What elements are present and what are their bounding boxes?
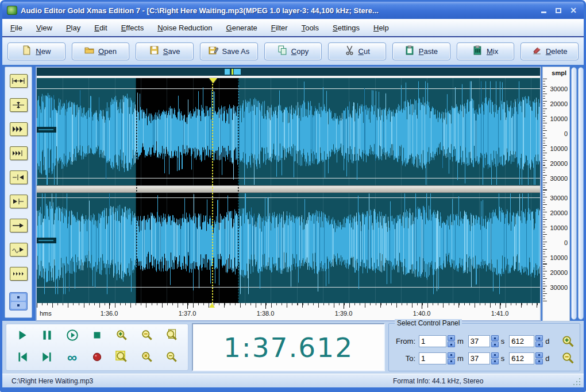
record-button[interactable]: [88, 350, 106, 367]
minimize-button[interactable]: [539, 6, 548, 15]
zoom-slider[interactable]: [578, 67, 584, 320]
paste-button[interactable]: Paste: [392, 42, 450, 60]
skip-forward-icon: [11, 149, 25, 157]
sidebar-tool-fit-horizontal[interactable]: [10, 74, 28, 88]
to-millis-field[interactable]: [509, 352, 534, 364]
save-button[interactable]: Save: [136, 42, 194, 60]
save-as-button[interactable]: Save As: [200, 42, 258, 60]
from-seconds-stepper[interactable]: [491, 335, 499, 347]
menu-generate[interactable]: Generate: [226, 24, 257, 32]
menu-effects[interactable]: Effects: [121, 24, 144, 32]
maximize-button[interactable]: [554, 6, 563, 15]
zoom-vertical-out-button[interactable]: [163, 350, 180, 367]
from-seconds-field[interactable]: [468, 335, 490, 347]
zoom-out-selection-button[interactable]: [561, 351, 575, 365]
new-button[interactable]: New: [7, 42, 65, 60]
sidebar-channel-stepper[interactable]: [9, 292, 28, 311]
go-start-icon: [16, 351, 29, 366]
stepper-up-icon[interactable]: [11, 294, 26, 301]
from-minutes-field[interactable]: [419, 335, 446, 347]
menu-edit[interactable]: Edit: [94, 24, 107, 32]
to-minutes-stepper[interactable]: [448, 352, 455, 364]
sidebar-tool-fast-forward[interactable]: [10, 122, 28, 136]
copy-button[interactable]: Copy: [264, 42, 322, 60]
time-ruler[interactable]: hms 1:36.01:37.01:38.01:39.01:40.01:41.0: [37, 303, 540, 320]
zoom-out-button[interactable]: [138, 328, 156, 345]
maximize-icon: [556, 8, 561, 13]
sidebar-tool-wave-forward[interactable]: [10, 243, 28, 257]
vertical-scrollbar[interactable]: [571, 67, 584, 320]
minutes-unit-label: m: [457, 337, 464, 346]
resize-grip[interactable]: [573, 378, 581, 385]
forward-to-marker-icon: [11, 197, 25, 205]
menu-filter[interactable]: Filter: [271, 24, 288, 32]
play-looped-button[interactable]: [64, 328, 81, 345]
go-end-button[interactable]: [38, 350, 56, 367]
play-icon: [16, 329, 29, 344]
menu-view[interactable]: View: [36, 24, 52, 32]
open-button[interactable]: Open: [72, 42, 130, 60]
ruler-time-label: 1:40.0: [413, 310, 431, 317]
overview-strip[interactable]: [37, 68, 540, 76]
sidebar-tool-forward-to-marker[interactable]: [10, 195, 28, 208]
playhead-marker-top[interactable]: [209, 78, 217, 83]
amplitude-scale: smpl 30000200001000001000020000300003000…: [542, 67, 570, 321]
menu-file[interactable]: File: [10, 24, 22, 32]
pause-button[interactable]: [38, 328, 56, 345]
from-minutes-stepper[interactable]: [448, 335, 455, 347]
millis-unit-label: d: [545, 354, 549, 363]
from-millis-field[interactable]: [509, 335, 534, 347]
stop-button[interactable]: [88, 328, 106, 345]
zoom-vertical-in-button[interactable]: [138, 350, 156, 367]
loop-infinite-button[interactable]: ∞: [64, 350, 81, 367]
select-control-panel: Select Control Panel From: m s d To: m: [388, 323, 580, 371]
toolbar-button-label: Save: [163, 47, 180, 56]
arrow-right-icon: [11, 222, 25, 230]
app-window: Audio Editor Gold Xmas Edition 7 - [C:\R…: [0, 0, 586, 392]
menu-play[interactable]: Play: [66, 24, 80, 32]
sidebar-tool-small-forward[interactable]: [10, 267, 28, 281]
seconds-unit-label: s: [501, 354, 505, 363]
ruler-time-label: 1:39.0: [335, 310, 353, 317]
delete-icon: [532, 45, 542, 57]
scrollbar-thumb[interactable]: [571, 67, 577, 320]
sidebar-tool-fit-vertical[interactable]: [10, 98, 28, 112]
go-start-button[interactable]: [14, 350, 31, 367]
mix-button[interactable]: Mix: [457, 42, 515, 60]
amplitude-tick-label: 10000: [550, 145, 568, 152]
menu-settings[interactable]: Settings: [333, 24, 360, 32]
zoom-in-selection-button[interactable]: [561, 335, 575, 348]
to-label: To:: [391, 354, 415, 363]
cut-button[interactable]: Cut: [328, 42, 386, 60]
delete-button[interactable]: Delete: [521, 42, 579, 60]
zoom-in-button[interactable]: [113, 328, 130, 345]
select-from-row: From: m s d: [391, 335, 575, 348]
waveform-display[interactable]: [37, 78, 540, 303]
to-minutes-field[interactable]: [419, 352, 446, 364]
menu-tools[interactable]: Tools: [302, 24, 319, 32]
stepper-down-icon[interactable]: [11, 302, 26, 309]
menu-bar: FileViewPlayEditEffectsNoise ReductionGe…: [2, 19, 584, 37]
zoom-in-icon: [115, 329, 128, 344]
sidebar-tool-arrow-right[interactable]: [10, 219, 28, 232]
ruler-time-label: 1:38.0: [257, 310, 275, 317]
to-seconds-field[interactable]: [468, 352, 490, 364]
paste-icon: [405, 45, 415, 57]
amplitude-tick-label: 30000: [550, 86, 568, 92]
infinity-icon: ∞: [67, 350, 77, 365]
menu-noise-reduction[interactable]: Noise Reduction: [157, 24, 212, 32]
from-millis-stepper[interactable]: [535, 335, 543, 347]
to-millis-stepper[interactable]: [535, 352, 543, 364]
sidebar-tool-skip-forward[interactable]: [10, 146, 28, 160]
toolbar-button-label: Open: [98, 47, 117, 56]
play-button[interactable]: [14, 328, 31, 345]
menu-help[interactable]: Help: [373, 24, 389, 32]
close-button[interactable]: ✕: [569, 6, 578, 15]
from-label: From:: [391, 337, 415, 346]
sidebar-tool-rewind-to-marker[interactable]: [10, 170, 28, 184]
fit-vertical-icon: [11, 101, 25, 109]
zoom-selection-button[interactable]: [113, 350, 130, 367]
zoom-document-button[interactable]: [163, 328, 180, 345]
playhead-marker-ruler[interactable]: [209, 303, 215, 308]
to-seconds-stepper[interactable]: [491, 352, 499, 364]
